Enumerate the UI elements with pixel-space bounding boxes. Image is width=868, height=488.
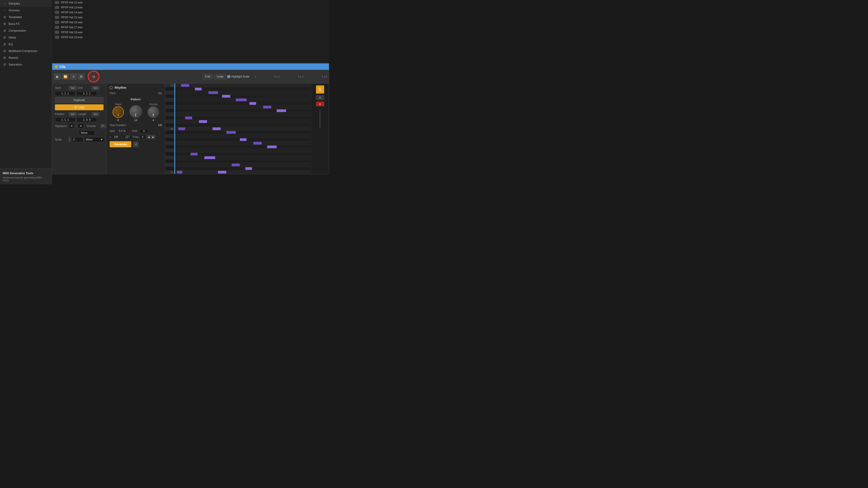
groove-sync-btn[interactable]: ⟳	[101, 124, 105, 128]
note-block[interactable]	[195, 88, 202, 90]
sidebar-item-bass-fx[interactable]: ⊞ Bass FX	[0, 20, 52, 27]
note-block[interactable]	[204, 156, 215, 159]
piano-key-e1[interactable]	[165, 156, 174, 160]
generate-button[interactable]: Generate	[110, 141, 131, 147]
start-set-btn[interactable]: Set	[69, 86, 76, 90]
settings-btn[interactable]: ⚙	[78, 73, 85, 80]
sidebar-item-saturation[interactable]: ⊞ Saturation	[0, 61, 52, 68]
groove-value[interactable]: None	[79, 130, 95, 135]
piano-btn[interactable]: ≡	[70, 73, 77, 80]
piano-key-g2[interactable]	[165, 102, 174, 105]
note-block[interactable]	[199, 120, 207, 123]
note-block[interactable]	[177, 171, 182, 173]
file-item[interactable]: RPSP Hat 14.wav	[52, 10, 329, 15]
file-item[interactable]: RPSP Hat 18.wav	[52, 30, 329, 35]
scale-button[interactable]: Scale	[214, 74, 226, 79]
piano-key-ab1[interactable]	[165, 141, 174, 145]
piano-key-c2[interactable]: C2	[165, 127, 174, 131]
refresh-button[interactable]: ↺	[133, 142, 138, 147]
note-block[interactable]	[226, 131, 236, 134]
freq-left-arrow[interactable]: ◀	[147, 135, 151, 139]
note-block[interactable]	[178, 127, 185, 130]
freq-value[interactable]: 4	[140, 135, 145, 139]
piano-key-c1[interactable]: C1	[165, 170, 174, 174]
freq-right-arrow[interactable]: ▶	[151, 135, 155, 139]
note-block[interactable]	[181, 84, 189, 87]
sig-denominator[interactable]: 4	[78, 123, 84, 129]
freq-min[interactable]: 100	[112, 135, 120, 139]
file-item[interactable]: RPSP Hat 15.wav	[52, 15, 329, 20]
note-block[interactable]	[185, 117, 192, 119]
piano-key-a1[interactable]	[165, 138, 174, 141]
piano-key-c3[interactable]: C3	[165, 84, 174, 87]
highlight-scale-checkbox[interactable]	[227, 75, 230, 78]
piano-key-b1[interactable]	[165, 131, 174, 134]
file-item[interactable]: RPSP Hat 16.wav	[52, 20, 329, 25]
position-set-btn[interactable]: Set	[69, 112, 76, 116]
file-item[interactable]: RPSP Hat 17.wav	[52, 25, 329, 30]
note-block[interactable]	[267, 145, 277, 148]
pattern-knob[interactable]	[129, 105, 142, 118]
split-value[interactable]: 0.0 %	[117, 129, 127, 133]
midi-gen-btn[interactable]: ⊙	[88, 71, 99, 83]
start-value[interactable]: 1. 1. 1	[55, 91, 75, 96]
piano-key-bb1[interactable]	[165, 134, 174, 138]
sidebar-item-multiband[interactable]: ⊞ Multiband Compresso	[0, 47, 52, 54]
end-set-btn[interactable]: Set	[92, 86, 100, 90]
note-block[interactable]	[213, 127, 221, 130]
shift-value[interactable]: 0	[140, 129, 149, 133]
piano-key-f1[interactable]	[165, 152, 174, 156]
length-set-btn[interactable]: Set	[92, 112, 100, 116]
sidebar-item-compression[interactable]: ⊞ Compression	[0, 27, 52, 34]
length-value[interactable]: 1. 0. 0	[76, 118, 97, 122]
file-item[interactable]: RPSP Hat 13.wav	[52, 5, 329, 10]
note-block[interactable]	[249, 102, 256, 105]
sidebar-item-reverb[interactable]: ⊞ Reverb	[0, 54, 52, 61]
note-block[interactable]	[191, 153, 197, 156]
file-item[interactable]: RPSP Hat 19.wav	[52, 35, 329, 40]
note-block[interactable]	[245, 167, 252, 170]
loop-button[interactable]: ↺ Loop	[55, 104, 103, 110]
piano-key-eb1[interactable]	[165, 160, 174, 163]
grid-area[interactable]	[174, 84, 311, 174]
track-number-button[interactable]: 1	[316, 86, 324, 94]
piano-key-ab2[interactable]	[165, 98, 174, 102]
highlight-scale-toggle[interactable]: Highlight Scale	[227, 75, 249, 78]
sidebar-item-grooves[interactable]: ⋯ Grooves	[0, 7, 52, 13]
duplicate-button[interactable]: Duplicate	[55, 97, 103, 103]
note-block[interactable]	[218, 171, 226, 173]
note-block[interactable]	[209, 91, 218, 94]
track-solo-button[interactable]: S	[316, 95, 324, 100]
track-record-button[interactable]: ●	[316, 102, 324, 106]
end-value[interactable]: 2. 1. 1	[76, 91, 97, 96]
piano-key-d1[interactable]	[165, 163, 174, 167]
piano-key-f2[interactable]	[165, 109, 174, 112]
piano-key-gb1[interactable]	[165, 149, 174, 152]
piano-key-b2[interactable]	[165, 87, 174, 91]
sidebar-item-samples[interactable]: ○ Samples	[0, 0, 52, 7]
fold-button[interactable]: Fold	[203, 74, 213, 79]
piano-key-a2[interactable]	[165, 94, 174, 98]
note-block[interactable]	[240, 138, 247, 141]
scale-root-select[interactable]: C	[72, 137, 83, 142]
note-block[interactable]	[236, 98, 247, 101]
note-block[interactable]	[277, 109, 286, 112]
piano-key-db2[interactable]	[165, 123, 174, 127]
piano-key-bb2[interactable]	[165, 91, 174, 94]
file-item[interactable]: RPSP Hat 12.wav	[52, 0, 329, 5]
sidebar-item-delay[interactable]: ⊞ Delay	[0, 34, 52, 41]
note-block[interactable]	[263, 106, 271, 108]
sig-numerator[interactable]: 4	[69, 123, 74, 129]
play-btn[interactable]: ▶	[54, 73, 61, 80]
piano-key-db1[interactable]	[165, 167, 174, 170]
sidebar-item-templates[interactable]: ⊞ Templates	[0, 13, 52, 20]
note-block[interactable]	[253, 142, 261, 144]
scale-type-dropdown[interactable]: Minor ▼	[84, 137, 105, 142]
freq-max[interactable]: 127	[124, 135, 131, 139]
steps-knob[interactable]	[113, 106, 124, 118]
sidebar-item-eq[interactable]: ⊞ EQ	[0, 41, 52, 47]
piano-key-d2[interactable]	[165, 120, 174, 123]
note-block[interactable]	[232, 164, 240, 166]
record-btn[interactable]: ⏩	[62, 73, 69, 80]
note-block[interactable]	[222, 95, 230, 98]
